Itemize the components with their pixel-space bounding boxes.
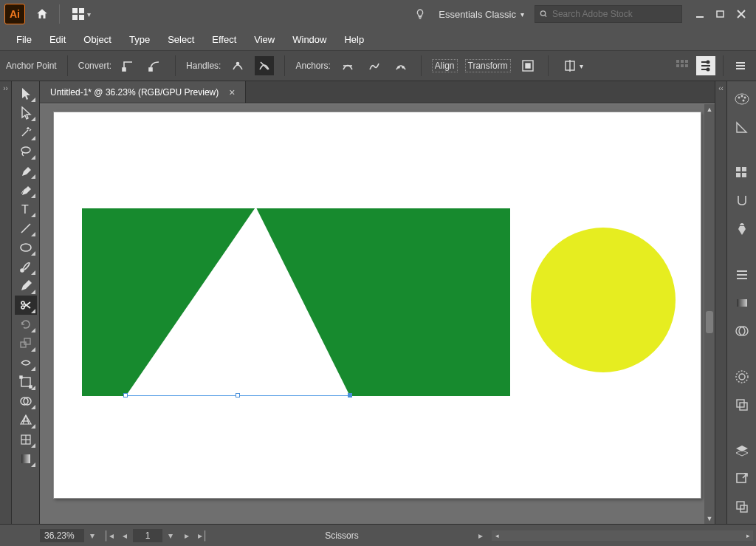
menu-item-effect[interactable]: Effect — [203, 31, 245, 48]
curvature-tool[interactable] — [15, 180, 37, 199]
transparency-panel-icon[interactable] — [732, 321, 752, 341]
perspective-grid-tool[interactable] — [15, 411, 37, 430]
anchor-point-selected[interactable] — [348, 393, 352, 397]
color-panel-icon[interactable] — [732, 89, 752, 109]
hint-bulb-button[interactable] — [408, 1, 433, 27]
search-adobe-stock[interactable] — [535, 5, 682, 23]
search-input[interactable] — [552, 9, 677, 19]
convert-smooth-icon[interactable] — [145, 56, 165, 75]
close-tab-icon[interactable]: × — [229, 86, 235, 98]
layers-panel-icon[interactable] — [732, 440, 752, 461]
zoom-menu-chevron[interactable]: ▾ — [84, 528, 100, 544]
cut-path-icon[interactable] — [391, 56, 410, 75]
paintbrush-tool[interactable] — [15, 257, 37, 276]
svg-line-5 — [545, 15, 546, 16]
line-tool[interactable] — [15, 219, 37, 238]
convert-corner-icon[interactable] — [119, 56, 138, 75]
menu-item-select[interactable]: Select — [159, 31, 203, 48]
menu-item-edit[interactable]: Edit — [41, 31, 75, 48]
home-button[interactable] — [30, 1, 55, 27]
svg-rect-69 — [736, 173, 740, 177]
ellipse-tool[interactable] — [15, 238, 37, 257]
scale-tool[interactable] — [15, 334, 37, 353]
graphic-styles-panel-icon[interactable] — [732, 395, 752, 415]
pen-tool[interactable] — [15, 161, 37, 180]
symbols-panel-icon[interactable] — [732, 219, 752, 239]
selection-tool[interactable] — [15, 84, 37, 103]
handles-hide-icon[interactable] — [255, 56, 274, 75]
asset-export-panel-icon[interactable] — [732, 468, 752, 489]
window-minimize[interactable] — [690, 6, 710, 22]
left-dock-collapse[interactable]: ›› — [0, 81, 12, 524]
horizontal-scrollbar[interactable]: ◂ ▸ — [492, 530, 753, 541]
connect-anchor-icon[interactable] — [365, 56, 384, 75]
pencil-tool[interactable] — [15, 276, 37, 296]
menu-item-object[interactable]: Object — [75, 31, 120, 48]
stroke-panel-icon[interactable] — [732, 265, 752, 285]
gradient-panel-icon[interactable] — [732, 293, 752, 313]
anchor-point[interactable] — [123, 393, 128, 397]
window-close[interactable] — [731, 6, 752, 22]
shape-builder-tool[interactable] — [15, 392, 37, 411]
magic-wand-tool[interactable] — [15, 123, 37, 142]
lasso-tool[interactable] — [15, 142, 37, 161]
vertical-scrollbar[interactable]: ▲ ▼ — [704, 104, 715, 524]
scroll-thumb[interactable] — [706, 311, 713, 333]
isolate-icon[interactable] — [518, 56, 537, 75]
gradient-tool[interactable] — [15, 449, 37, 468]
handles-show-icon[interactable] — [228, 56, 247, 75]
swatches-panel-icon[interactable] — [732, 163, 752, 183]
scroll-up-icon[interactable]: ▲ — [704, 104, 715, 115]
right-dock-collapse[interactable]: ‹‹ — [715, 81, 726, 524]
menu-item-file[interactable]: File — [7, 31, 41, 48]
menu-item-window[interactable]: Window — [284, 31, 335, 48]
anchor-point[interactable] — [236, 393, 240, 397]
menu-item-view[interactable]: View — [245, 31, 284, 48]
document-tab[interactable]: Untitled-1* @ 36.23% (RGB/GPU Preview) × — [40, 81, 246, 103]
menu-item-type[interactable]: Type — [120, 31, 159, 48]
status-play-icon[interactable]: ▸ — [472, 528, 489, 544]
next-artboard-button[interactable]: ▸ — [179, 528, 195, 544]
artboard-number-field[interactable]: 1 — [133, 529, 162, 542]
prev-artboard-button[interactable]: ◂ — [117, 528, 133, 544]
brushes-panel-icon[interactable] — [732, 191, 752, 211]
flyout-menu-icon[interactable] — [731, 56, 750, 75]
scroll-left-icon[interactable]: ◂ — [492, 530, 502, 541]
current-tool-label: Scissors — [211, 530, 472, 541]
align-to-icon[interactable]: ▾ — [559, 56, 588, 75]
artboard[interactable] — [53, 112, 701, 499]
scissors-tool[interactable] — [15, 296, 37, 315]
appearance-panel-icon[interactable] — [732, 366, 752, 387]
artboards-panel-icon[interactable] — [732, 496, 752, 517]
svg-line-84 — [743, 474, 747, 478]
artboard-menu-chevron[interactable]: ▾ — [162, 528, 179, 544]
menu-item-help[interactable]: Help — [335, 31, 373, 48]
svg-point-14 — [398, 66, 399, 68]
workspace-switcher[interactable]: Essentials Classic ▾ — [433, 9, 530, 20]
svg-point-63 — [738, 97, 740, 99]
zoom-field[interactable]: 36.23% — [40, 529, 84, 542]
svg-rect-7 — [717, 11, 724, 17]
scroll-down-icon[interactable]: ▼ — [704, 513, 715, 524]
direct-selection-tool[interactable] — [15, 103, 37, 123]
align-button[interactable]: Align — [432, 59, 458, 72]
type-tool[interactable]: T — [15, 199, 37, 219]
panel-toggle-icon[interactable] — [696, 56, 715, 75]
remove-anchor-icon[interactable] — [338, 56, 357, 75]
shape-circle[interactable] — [531, 228, 676, 372]
transform-button[interactable]: Transform — [465, 59, 511, 72]
color-guide-panel-icon[interactable] — [732, 117, 752, 137]
window-maximize[interactable] — [710, 6, 731, 22]
first-artboard-button[interactable]: │◂ — [100, 528, 117, 544]
scroll-right-icon[interactable]: ▸ — [743, 530, 753, 541]
canvas-viewport[interactable]: ▲ ▼ — [40, 103, 715, 524]
rotate-tool[interactable] — [15, 315, 37, 334]
svg-rect-50 — [20, 376, 22, 378]
mesh-tool[interactable] — [15, 430, 37, 449]
free-transform-tool[interactable] — [15, 372, 37, 392]
last-artboard-button[interactable]: ▸│ — [195, 528, 211, 544]
arrange-docs-button[interactable]: ▾ — [64, 1, 98, 27]
app-badge[interactable]: Ai — [4, 4, 25, 24]
width-tool[interactable] — [15, 353, 37, 372]
properties-grid-icon[interactable] — [673, 56, 692, 75]
